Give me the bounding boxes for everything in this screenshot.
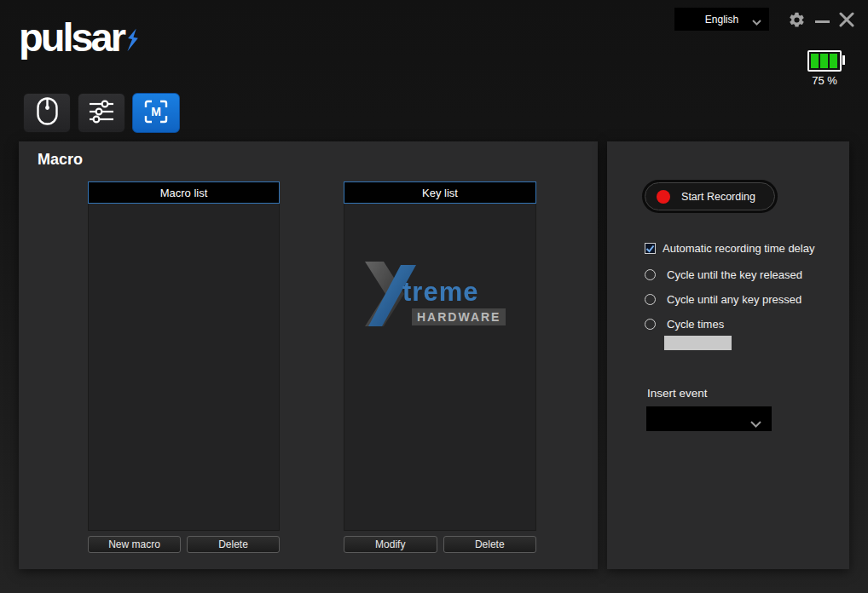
- recording-panel: Start Recording Automatic recording time…: [607, 141, 849, 569]
- chevron-down-icon: [752, 16, 761, 28]
- macro-list[interactable]: [88, 204, 280, 531]
- sliders-icon: [89, 100, 114, 127]
- insert-event-dropdown[interactable]: [646, 406, 772, 431]
- auto-delay-checkbox-row[interactable]: Automatic recording time delay: [645, 242, 814, 255]
- tab-macro[interactable]: M: [132, 93, 180, 133]
- battery-percent-label: 75 %: [802, 74, 847, 87]
- xtreme-hardware-watermark: treme HARDWARE: [363, 260, 525, 331]
- key-list-buttons: Modify Delete: [344, 536, 536, 553]
- pulsar-app-window: { "titlebar": { "language_selector": { "…: [0, 0, 868, 593]
- chevron-down-icon: [750, 416, 761, 431]
- page-title: Macro: [38, 151, 83, 169]
- main-tabs: M: [23, 93, 180, 133]
- pulsar-logo-text: pulsar: [19, 19, 124, 57]
- battery-icon: [807, 50, 842, 72]
- cycle-until-released-radio-row[interactable]: Cycle until the key released: [645, 268, 802, 281]
- mouse-icon: [37, 97, 58, 129]
- battery-indicator: 75 %: [802, 50, 847, 87]
- cycle-times-label: Cycle times: [667, 318, 724, 331]
- new-macro-button[interactable]: New macro: [88, 536, 181, 553]
- cycle-until-released-radio[interactable]: [645, 269, 656, 280]
- language-dropdown-value: English: [705, 14, 738, 26]
- cycle-until-pressed-label: Cycle until any key pressed: [667, 293, 801, 306]
- key-list-header: Key list: [344, 181, 536, 204]
- cycle-times-radio-row[interactable]: Cycle times: [645, 318, 724, 331]
- modify-key-button[interactable]: Modify: [344, 536, 437, 553]
- lightning-bolt-icon: [124, 27, 140, 56]
- pulsar-logo: pulsar: [19, 19, 138, 57]
- delete-key-button[interactable]: Delete: [443, 536, 537, 553]
- minimize-icon[interactable]: [815, 17, 830, 23]
- cycle-until-pressed-radio[interactable]: [645, 294, 656, 305]
- key-list[interactable]: treme HARDWARE: [344, 204, 536, 531]
- insert-event-label: Insert event: [647, 387, 708, 400]
- key-list-column: Key list: [344, 181, 536, 553]
- watermark-treme-text: treme: [402, 279, 478, 305]
- macro-list-buttons: New macro Delete: [88, 536, 280, 553]
- tab-mouse[interactable]: [23, 93, 71, 133]
- gear-icon[interactable]: [788, 11, 806, 29]
- macro-panel: Macro Macro list New macro Delete Key li…: [19, 141, 598, 569]
- start-recording-button[interactable]: Start Recording: [645, 182, 775, 210]
- macro-brackets-icon: M: [144, 100, 168, 127]
- auto-delay-label: Automatic recording time delay: [663, 242, 814, 255]
- window-controls: [788, 9, 854, 31]
- cycle-times-input[interactable]: [664, 336, 732, 350]
- svg-text:M: M: [151, 105, 161, 118]
- cycle-until-released-label: Cycle until the key released: [667, 268, 802, 281]
- auto-delay-checkbox[interactable]: [645, 243, 656, 254]
- cycle-times-radio[interactable]: [645, 319, 656, 330]
- macro-list-header: Macro list: [88, 181, 280, 204]
- start-recording-label: Start Recording: [664, 191, 755, 203]
- close-icon[interactable]: [839, 12, 854, 27]
- watermark-hardware-text: HARDWARE: [412, 308, 506, 325]
- language-dropdown[interactable]: English: [674, 8, 769, 31]
- cycle-until-pressed-radio-row[interactable]: Cycle until any key pressed: [645, 293, 801, 306]
- tab-settings[interactable]: [78, 93, 125, 133]
- delete-macro-button[interactable]: Delete: [187, 536, 280, 553]
- macro-list-column: Macro list New macro Delete: [88, 181, 280, 553]
- record-dot-icon: [657, 190, 670, 204]
